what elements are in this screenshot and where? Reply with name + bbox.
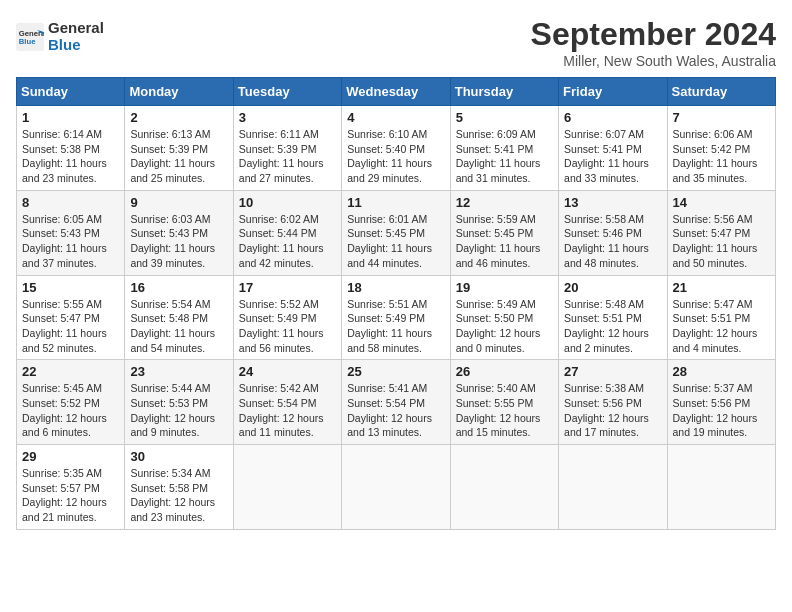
logo-icon: General Blue	[16, 23, 44, 51]
day-number: 6	[564, 110, 661, 125]
day-info: Sunrise: 6:14 AMSunset: 5:38 PMDaylight:…	[22, 127, 119, 186]
calendar-cell: 23Sunrise: 5:44 AMSunset: 5:53 PMDayligh…	[125, 360, 233, 445]
day-number: 24	[239, 364, 336, 379]
day-number: 30	[130, 449, 227, 464]
calendar-cell: 12Sunrise: 5:59 AMSunset: 5:45 PMDayligh…	[450, 190, 558, 275]
day-info: Sunrise: 5:56 AMSunset: 5:47 PMDaylight:…	[673, 212, 770, 271]
calendar-cell	[450, 445, 558, 530]
calendar-cell: 24Sunrise: 5:42 AMSunset: 5:54 PMDayligh…	[233, 360, 341, 445]
calendar-week-row: 15Sunrise: 5:55 AMSunset: 5:47 PMDayligh…	[17, 275, 776, 360]
calendar-cell: 2Sunrise: 6:13 AMSunset: 5:39 PMDaylight…	[125, 106, 233, 191]
day-info: Sunrise: 5:58 AMSunset: 5:46 PMDaylight:…	[564, 212, 661, 271]
day-info: Sunrise: 5:49 AMSunset: 5:50 PMDaylight:…	[456, 297, 553, 356]
day-number: 22	[22, 364, 119, 379]
day-number: 2	[130, 110, 227, 125]
calendar-cell: 16Sunrise: 5:54 AMSunset: 5:48 PMDayligh…	[125, 275, 233, 360]
calendar-header-thursday: Thursday	[450, 78, 558, 106]
day-number: 5	[456, 110, 553, 125]
day-info: Sunrise: 6:10 AMSunset: 5:40 PMDaylight:…	[347, 127, 444, 186]
day-info: Sunrise: 5:54 AMSunset: 5:48 PMDaylight:…	[130, 297, 227, 356]
day-info: Sunrise: 5:44 AMSunset: 5:53 PMDaylight:…	[130, 381, 227, 440]
day-number: 9	[130, 195, 227, 210]
day-number: 21	[673, 280, 770, 295]
day-number: 7	[673, 110, 770, 125]
day-number: 11	[347, 195, 444, 210]
month-year: September 2024	[531, 16, 776, 53]
day-number: 8	[22, 195, 119, 210]
day-number: 29	[22, 449, 119, 464]
day-number: 13	[564, 195, 661, 210]
day-info: Sunrise: 5:35 AMSunset: 5:57 PMDaylight:…	[22, 466, 119, 525]
day-number: 25	[347, 364, 444, 379]
calendar-cell: 20Sunrise: 5:48 AMSunset: 5:51 PMDayligh…	[559, 275, 667, 360]
calendar-cell	[667, 445, 775, 530]
calendar-table: SundayMondayTuesdayWednesdayThursdayFrid…	[16, 77, 776, 530]
day-number: 3	[239, 110, 336, 125]
day-info: Sunrise: 6:09 AMSunset: 5:41 PMDaylight:…	[456, 127, 553, 186]
calendar-header-monday: Monday	[125, 78, 233, 106]
day-info: Sunrise: 6:01 AMSunset: 5:45 PMDaylight:…	[347, 212, 444, 271]
page-header: General Blue General Blue September 2024…	[16, 16, 776, 69]
calendar-cell: 3Sunrise: 6:11 AMSunset: 5:39 PMDaylight…	[233, 106, 341, 191]
calendar-header-wednesday: Wednesday	[342, 78, 450, 106]
calendar-week-row: 29Sunrise: 5:35 AMSunset: 5:57 PMDayligh…	[17, 445, 776, 530]
calendar-cell: 29Sunrise: 5:35 AMSunset: 5:57 PMDayligh…	[17, 445, 125, 530]
logo-line1: General	[48, 20, 104, 37]
svg-text:General: General	[19, 28, 44, 37]
day-info: Sunrise: 5:47 AMSunset: 5:51 PMDaylight:…	[673, 297, 770, 356]
calendar-cell: 5Sunrise: 6:09 AMSunset: 5:41 PMDaylight…	[450, 106, 558, 191]
day-info: Sunrise: 5:51 AMSunset: 5:49 PMDaylight:…	[347, 297, 444, 356]
calendar-cell: 17Sunrise: 5:52 AMSunset: 5:49 PMDayligh…	[233, 275, 341, 360]
calendar-header-sunday: Sunday	[17, 78, 125, 106]
calendar-week-row: 22Sunrise: 5:45 AMSunset: 5:52 PMDayligh…	[17, 360, 776, 445]
calendar-cell: 28Sunrise: 5:37 AMSunset: 5:56 PMDayligh…	[667, 360, 775, 445]
calendar-header-saturday: Saturday	[667, 78, 775, 106]
day-number: 19	[456, 280, 553, 295]
calendar-cell: 14Sunrise: 5:56 AMSunset: 5:47 PMDayligh…	[667, 190, 775, 275]
logo-line2: Blue	[48, 37, 104, 54]
day-number: 14	[673, 195, 770, 210]
logo: General Blue General Blue	[16, 20, 104, 53]
day-number: 17	[239, 280, 336, 295]
day-number: 1	[22, 110, 119, 125]
calendar-cell: 22Sunrise: 5:45 AMSunset: 5:52 PMDayligh…	[17, 360, 125, 445]
day-number: 10	[239, 195, 336, 210]
calendar-cell	[559, 445, 667, 530]
day-info: Sunrise: 6:11 AMSunset: 5:39 PMDaylight:…	[239, 127, 336, 186]
calendar-cell	[233, 445, 341, 530]
calendar-cell: 27Sunrise: 5:38 AMSunset: 5:56 PMDayligh…	[559, 360, 667, 445]
day-info: Sunrise: 5:40 AMSunset: 5:55 PMDaylight:…	[456, 381, 553, 440]
calendar-week-row: 1Sunrise: 6:14 AMSunset: 5:38 PMDaylight…	[17, 106, 776, 191]
day-number: 15	[22, 280, 119, 295]
calendar-cell: 1Sunrise: 6:14 AMSunset: 5:38 PMDaylight…	[17, 106, 125, 191]
calendar-cell: 13Sunrise: 5:58 AMSunset: 5:46 PMDayligh…	[559, 190, 667, 275]
day-info: Sunrise: 6:03 AMSunset: 5:43 PMDaylight:…	[130, 212, 227, 271]
calendar-header-row: SundayMondayTuesdayWednesdayThursdayFrid…	[17, 78, 776, 106]
location: Miller, New South Wales, Australia	[531, 53, 776, 69]
day-number: 23	[130, 364, 227, 379]
calendar-cell: 26Sunrise: 5:40 AMSunset: 5:55 PMDayligh…	[450, 360, 558, 445]
day-info: Sunrise: 6:02 AMSunset: 5:44 PMDaylight:…	[239, 212, 336, 271]
day-number: 16	[130, 280, 227, 295]
calendar-week-row: 8Sunrise: 6:05 AMSunset: 5:43 PMDaylight…	[17, 190, 776, 275]
day-info: Sunrise: 6:05 AMSunset: 5:43 PMDaylight:…	[22, 212, 119, 271]
day-number: 20	[564, 280, 661, 295]
calendar-cell: 19Sunrise: 5:49 AMSunset: 5:50 PMDayligh…	[450, 275, 558, 360]
day-info: Sunrise: 6:06 AMSunset: 5:42 PMDaylight:…	[673, 127, 770, 186]
day-number: 28	[673, 364, 770, 379]
title-block: September 2024 Miller, New South Wales, …	[531, 16, 776, 69]
day-number: 26	[456, 364, 553, 379]
svg-text:Blue: Blue	[19, 37, 36, 46]
calendar-cell: 25Sunrise: 5:41 AMSunset: 5:54 PMDayligh…	[342, 360, 450, 445]
day-info: Sunrise: 5:38 AMSunset: 5:56 PMDaylight:…	[564, 381, 661, 440]
day-number: 18	[347, 280, 444, 295]
calendar-cell: 7Sunrise: 6:06 AMSunset: 5:42 PMDaylight…	[667, 106, 775, 191]
day-info: Sunrise: 5:48 AMSunset: 5:51 PMDaylight:…	[564, 297, 661, 356]
calendar-cell	[342, 445, 450, 530]
calendar-cell: 11Sunrise: 6:01 AMSunset: 5:45 PMDayligh…	[342, 190, 450, 275]
calendar-cell: 18Sunrise: 5:51 AMSunset: 5:49 PMDayligh…	[342, 275, 450, 360]
day-info: Sunrise: 5:55 AMSunset: 5:47 PMDaylight:…	[22, 297, 119, 356]
day-info: Sunrise: 5:59 AMSunset: 5:45 PMDaylight:…	[456, 212, 553, 271]
calendar-cell: 6Sunrise: 6:07 AMSunset: 5:41 PMDaylight…	[559, 106, 667, 191]
day-number: 27	[564, 364, 661, 379]
